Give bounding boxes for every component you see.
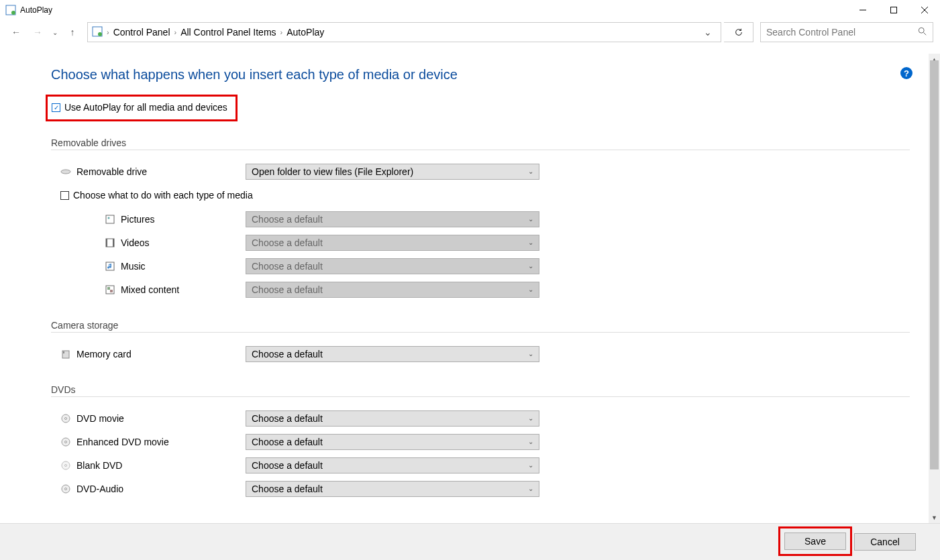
svg-point-29 xyxy=(65,488,67,490)
memory-card-icon xyxy=(60,349,71,359)
recent-dropdown[interactable]: ⌄ xyxy=(50,23,60,42)
address-bar[interactable]: › Control Panel › All Control Panel Item… xyxy=(87,22,721,42)
pictures-icon xyxy=(105,214,115,225)
item-label: DVD movie xyxy=(76,413,124,424)
dropdown-value: Choose a default xyxy=(252,261,323,272)
dvd-icon xyxy=(60,460,71,471)
choose-media-type-checkbox[interactable]: ✓ Choose what to do with each type of me… xyxy=(51,190,929,201)
removable-drive-dropdown[interactable]: Open folder to view files (File Explorer… xyxy=(246,164,539,180)
section-title-dvds: DVDs xyxy=(51,384,929,395)
item-label: Memory card xyxy=(76,349,132,359)
svg-rect-15 xyxy=(113,239,114,247)
dvd-icon xyxy=(60,437,71,447)
search-placeholder: Search Control Panel xyxy=(766,27,855,38)
highlighted-autoplay-checkbox: ✓ Use AutoPlay for all media and devices xyxy=(46,95,238,121)
item-label: Enhanced DVD movie xyxy=(76,437,169,447)
item-label: Removable drive xyxy=(76,166,147,177)
scroll-down-icon[interactable]: ▼ xyxy=(929,512,940,523)
up-button[interactable]: ↑ xyxy=(63,23,82,42)
breadcrumb-item[interactable]: AutoPlay xyxy=(286,27,324,38)
search-input[interactable]: Search Control Panel xyxy=(760,22,933,42)
breadcrumb-item[interactable]: All Control Panel Items xyxy=(180,27,276,38)
pictures-dropdown[interactable]: Choose a default⌄ xyxy=(246,211,539,227)
section-divider xyxy=(51,396,910,397)
section-divider xyxy=(51,150,910,150)
page-heading: Choose what happens when you insert each… xyxy=(51,67,929,82)
svg-rect-3 xyxy=(891,7,897,13)
svg-point-7 xyxy=(98,32,102,36)
cancel-button[interactable]: Cancel xyxy=(854,533,916,551)
dvd-movie-dropdown[interactable]: Choose a default⌄ xyxy=(246,410,539,427)
main-content: ? Choose what happens when you insert ea… xyxy=(0,54,929,523)
highlighted-save-button: Save xyxy=(778,526,852,556)
music-dropdown[interactable]: Choose a default⌄ xyxy=(246,258,539,274)
dropdown-value: Choose a default xyxy=(252,349,323,359)
item-label: Music xyxy=(121,261,146,272)
vertical-scrollbar[interactable]: ▲ ▼ xyxy=(929,54,940,523)
svg-rect-14 xyxy=(106,239,107,247)
chevron-down-icon: ⌄ xyxy=(528,485,533,492)
title-bar: AutoPlay xyxy=(0,0,940,20)
scrollbar-thumb[interactable] xyxy=(930,60,939,469)
dvd-icon xyxy=(60,413,71,424)
videos-icon xyxy=(105,237,115,248)
svg-point-27 xyxy=(65,464,67,466)
chevron-down-icon: ⌄ xyxy=(528,461,533,469)
svg-rect-18 xyxy=(107,287,110,290)
mixed-content-dropdown[interactable]: Choose a default⌄ xyxy=(246,282,539,298)
chevron-down-icon: ⌄ xyxy=(528,350,533,357)
svg-rect-19 xyxy=(110,290,113,292)
address-dropdown-icon[interactable]: ⌄ xyxy=(699,23,717,42)
dropdown-value: Choose a default xyxy=(252,460,323,471)
checkbox-icon: ✓ xyxy=(52,103,60,112)
back-button[interactable]: ← xyxy=(7,23,25,42)
svg-point-1 xyxy=(11,11,15,15)
blank-dvd-dropdown[interactable]: Choose a default⌄ xyxy=(246,457,539,473)
videos-dropdown[interactable]: Choose a default⌄ xyxy=(246,235,539,251)
autoplay-app-icon xyxy=(5,5,16,15)
dropdown-value: Choose a default xyxy=(252,484,323,494)
dropdown-value: Choose a default xyxy=(252,437,323,447)
dropdown-value: Choose a default xyxy=(252,284,323,295)
breadcrumb-item[interactable]: Control Panel xyxy=(113,27,170,38)
use-autoplay-checkbox[interactable]: ✓ Use AutoPlay for all media and devices xyxy=(52,102,227,113)
checkbox-icon: ✓ xyxy=(60,191,69,200)
chevron-down-icon: ⌄ xyxy=(528,168,533,175)
breadcrumb-separator: › xyxy=(174,28,177,36)
dropdown-value: Choose a default xyxy=(252,413,323,424)
save-button[interactable]: Save xyxy=(784,533,846,550)
dvd-audio-dropdown[interactable]: Choose a default⌄ xyxy=(246,481,539,497)
breadcrumb-separator: › xyxy=(107,28,109,36)
refresh-button[interactable] xyxy=(724,22,753,42)
chevron-down-icon: ⌄ xyxy=(528,286,533,293)
item-label: Mixed content xyxy=(121,284,179,295)
removable-drive-icon xyxy=(60,166,71,177)
svg-point-23 xyxy=(65,417,67,419)
item-label: DVD-Audio xyxy=(76,484,123,494)
chevron-down-icon: ⌄ xyxy=(528,262,533,270)
section-title-removable: Removable drives xyxy=(51,137,929,148)
checkbox-label: Choose what to do with each type of medi… xyxy=(73,190,253,201)
chevron-down-icon: ⌄ xyxy=(528,438,533,445)
breadcrumb-separator: › xyxy=(280,28,283,36)
svg-line-9 xyxy=(924,32,927,35)
minimize-button[interactable] xyxy=(847,0,878,20)
svg-point-25 xyxy=(65,441,67,443)
forward-button[interactable]: → xyxy=(28,23,47,42)
dropdown-value: Choose a default xyxy=(252,214,323,225)
mixed-content-icon xyxy=(105,284,115,295)
close-button[interactable] xyxy=(909,0,940,20)
item-label: Pictures xyxy=(121,214,155,225)
item-label: Blank DVD xyxy=(76,460,122,471)
section-divider xyxy=(51,332,910,333)
svg-rect-21 xyxy=(63,351,64,353)
dvd-icon xyxy=(60,484,71,494)
enhanced-dvd-dropdown[interactable]: Choose a default⌄ xyxy=(246,434,539,450)
help-icon[interactable]: ? xyxy=(900,67,912,79)
maximize-button[interactable] xyxy=(878,0,909,20)
svg-point-12 xyxy=(108,217,110,219)
dropdown-value: Choose a default xyxy=(252,237,323,248)
section-title-camera: Camera storage xyxy=(51,320,929,331)
svg-point-10 xyxy=(61,170,70,174)
memory-card-dropdown[interactable]: Choose a default⌄ xyxy=(246,346,539,362)
